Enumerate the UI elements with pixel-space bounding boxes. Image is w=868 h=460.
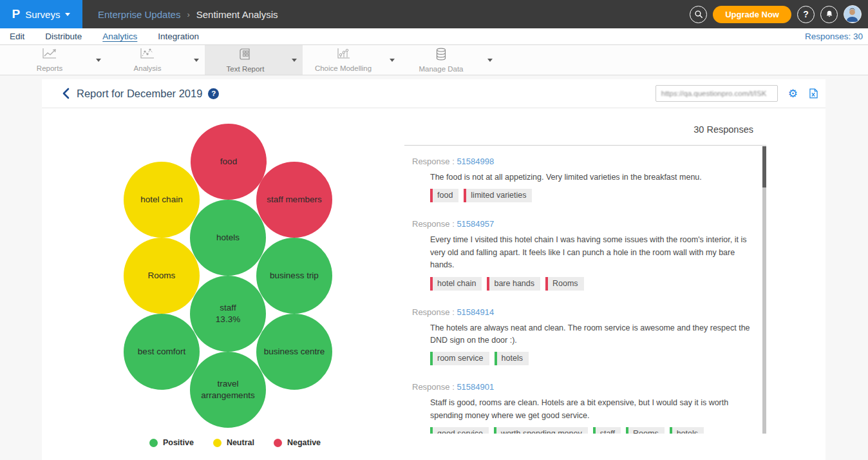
responses-count[interactable]: Responses: 30 [805, 32, 863, 41]
toolbar-item-label: Analysis [134, 64, 162, 72]
bubble-label: hotel chain [140, 194, 182, 206]
sentiment-tag-rooms[interactable]: Rooms [545, 277, 584, 291]
bubble-business-trip[interactable]: business trip [256, 238, 332, 314]
survey-nav-bar: EditDistributeAnalyticsIntegration Respo… [0, 28, 868, 45]
sentiment-tag-staff[interactable]: staff [593, 427, 621, 434]
response-label: Response : 51584998 [412, 157, 753, 166]
database-icon [435, 48, 448, 63]
bubble-hotels[interactable]: hotels [190, 200, 266, 276]
negative-dot-icon [274, 439, 282, 447]
bubble-food[interactable]: food [191, 124, 267, 200]
bubble-staff-members[interactable]: staff members [256, 162, 332, 238]
help-button[interactable]: ? [797, 6, 815, 23]
response-item: Response : 51584914The hotels are always… [412, 307, 753, 366]
toolbar-dropdown-button[interactable] [90, 59, 107, 62]
responses-scrollbar-thumb[interactable] [762, 146, 766, 187]
share-url-value: https://qa.questionpro.com/t/ISK [661, 90, 767, 97]
search-button[interactable] [690, 6, 707, 23]
neutral-dot-icon [213, 439, 222, 447]
settings-gear-icon[interactable]: ⚙ [788, 88, 798, 99]
question-mark-icon: ? [803, 9, 809, 19]
report-doc-icon [239, 48, 252, 63]
excel-export-button[interactable] [809, 88, 818, 99]
response-label: Response : 51584957 [412, 219, 753, 229]
legend-item-neutral: Neutral [213, 438, 254, 447]
response-item: Response : 51584998The food is not at al… [412, 157, 753, 202]
sentiment-tag-rooms[interactable]: Rooms [626, 427, 665, 434]
sentiment-tag-room-service[interactable]: room service [430, 352, 489, 365]
toolbar-item-main[interactable]: Choice Modelling [303, 48, 384, 72]
bubble-label: staff members [267, 194, 321, 206]
toolbar-item-manage-data[interactable]: Manage Data [401, 45, 498, 75]
sentiment-tag-hotel-chain[interactable]: hotel chain [430, 277, 482, 291]
sentiment-tag-limited-varieties[interactable]: limited varieties [464, 189, 532, 202]
tab-distribute[interactable]: Distribute [45, 32, 82, 41]
bubble-staff[interactable]: staff13.3% [190, 276, 266, 352]
bubble-business-centre[interactable]: business centre [256, 314, 332, 390]
excel-export-icon [809, 88, 818, 99]
response-text: Every time I visited this hotel chain I … [430, 234, 757, 271]
bubble-hotel-chain[interactable]: hotel chain [124, 162, 200, 238]
toolbar-item-main[interactable]: Reports [9, 48, 90, 72]
responses-scrollbar[interactable] [762, 146, 766, 434]
response-item: Response : 51584957Every time I visited … [412, 219, 753, 290]
response-prefix: Response : [412, 219, 457, 229]
share-url-input[interactable]: https://qa.questionpro.com/t/ISK [656, 85, 778, 102]
bubble-label: travel arrangements [190, 378, 266, 401]
response-tags: room servicehotels [430, 352, 753, 365]
legend-label: Negative [287, 438, 321, 447]
responses-list: Response : 51584998The food is not at al… [404, 146, 766, 434]
sentiment-tag-bare-hands[interactable]: bare hands [487, 277, 540, 291]
chevron-down-icon [487, 59, 493, 62]
response-label: Response : 51584914 [412, 307, 753, 317]
breadcrumb-survey-name[interactable]: Enterprise Updates [98, 9, 180, 20]
avatar[interactable] [844, 5, 862, 23]
chevron-down-icon [194, 59, 199, 62]
toolbar-dropdown-button[interactable] [286, 59, 303, 62]
upgrade-now-button[interactable]: Upgrade Now [713, 6, 791, 23]
bubble-rooms[interactable]: Rooms [124, 238, 200, 314]
sentiment-tag-worth-spending-money[interactable]: worth spending money [494, 427, 588, 434]
response-id-link[interactable]: 51584901 [457, 382, 494, 392]
toolbar-item-label: Reports [37, 64, 62, 72]
bubble-best-comfort[interactable]: best comfort [124, 314, 200, 390]
page-content: Report for December 2019 ? https://qa.qu… [0, 75, 868, 460]
toolbar-item-choice-modelling[interactable]: Choice Modelling [303, 45, 401, 75]
toolbar-item-analysis[interactable]: Analysis [107, 45, 205, 75]
bubble-label: Rooms [148, 270, 176, 282]
toolbar-item-label: Manage Data [419, 65, 463, 73]
toolbar-item-main[interactable]: Text Report [205, 48, 286, 73]
tab-integration[interactable]: Integration [158, 32, 199, 41]
report-card: Report for December 2019 ? https://qa.qu… [42, 79, 826, 460]
sentiment-tag-hotels[interactable]: hotels [670, 427, 704, 434]
response-tags: hotel chainbare handsRooms [430, 277, 753, 291]
bubble-travel-arrangements[interactable]: travel arrangements [190, 352, 266, 428]
response-id-link[interactable]: 51584914 [457, 307, 494, 317]
title-help-icon[interactable]: ? [208, 88, 219, 99]
product-name: Surveys [25, 9, 60, 20]
toolbar-item-main[interactable]: Analysis [107, 48, 188, 72]
sentiment-tag-hotels[interactable]: hotels [495, 352, 529, 365]
legend-label: Neutral [227, 438, 254, 447]
tab-analytics[interactable]: Analytics [102, 32, 137, 41]
toolbar-item-reports[interactable]: Reports [9, 45, 107, 75]
tab-edit[interactable]: Edit [10, 32, 24, 41]
breadcrumb: Enterprise Updates › Sentiment Analysis [98, 9, 278, 20]
app-logo[interactable]: P Surveys [0, 0, 82, 28]
response-id-link[interactable]: 51584957 [457, 219, 494, 229]
toolbar-item-text-report[interactable]: Text Report [205, 45, 303, 75]
response-id-link[interactable]: 51584998 [457, 157, 494, 166]
sentiment-tag-good-service[interactable]: good service [430, 427, 489, 434]
notifications-button[interactable] [820, 6, 838, 23]
nav-items: EditDistributeAnalyticsIntegration [10, 32, 220, 41]
legend-label: Positive [163, 438, 194, 447]
toolbar-dropdown-button[interactable] [188, 59, 205, 62]
search-icon [694, 10, 703, 19]
bubble-label: food [220, 156, 237, 168]
sentiment-tag-food[interactable]: food [430, 189, 458, 202]
back-button[interactable] [61, 88, 70, 99]
toolbar-item-main[interactable]: Manage Data [401, 48, 482, 73]
toolbar-dropdown-button[interactable] [482, 59, 498, 62]
positive-dot-icon [149, 439, 158, 447]
toolbar-dropdown-button[interactable] [384, 59, 401, 62]
